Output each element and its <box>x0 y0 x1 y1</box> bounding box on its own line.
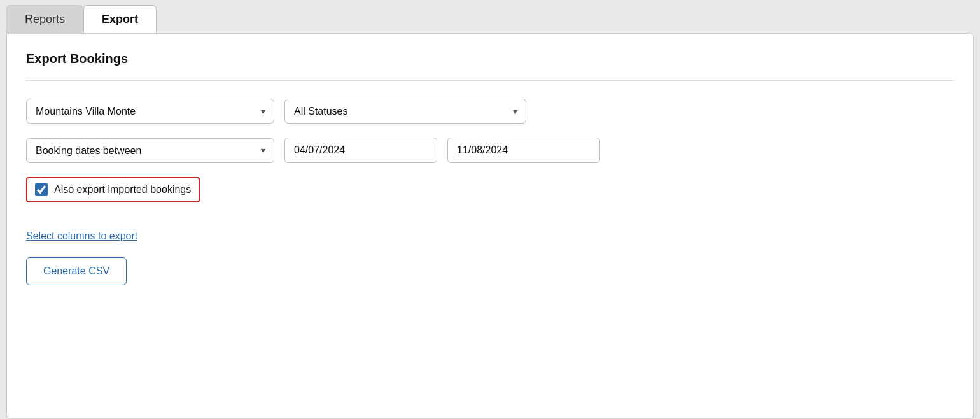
date-type-select-wrapper: Booking dates between Check-in dates bet… <box>26 138 274 163</box>
property-select[interactable]: Mountains Villa Monte All Properties <box>26 99 274 124</box>
date-from-input[interactable] <box>284 138 437 163</box>
also-export-checkbox[interactable] <box>35 183 48 196</box>
tabs-bar: Reports Export <box>0 0 157 33</box>
status-select-wrapper: All Statuses Confirmed Pending Cancelled… <box>284 99 526 124</box>
tab-export-label: Export <box>102 13 138 26</box>
date-to-input[interactable] <box>447 138 600 163</box>
main-panel: Export Bookings Mountains Villa Monte Al… <box>6 33 974 419</box>
also-export-wrapper: Also export imported bookings <box>26 177 954 217</box>
generate-csv-button[interactable]: Generate CSV <box>26 257 127 285</box>
filter-row-1: Mountains Villa Monte All Properties ▾ A… <box>26 99 954 124</box>
tab-reports[interactable]: Reports <box>6 5 83 33</box>
status-select[interactable]: All Statuses Confirmed Pending Cancelled <box>284 99 526 124</box>
property-select-wrapper: Mountains Villa Monte All Properties ▾ <box>26 99 274 124</box>
select-columns-row: Select columns to export <box>26 231 954 242</box>
filter-row-2: Booking dates between Check-in dates bet… <box>26 138 954 163</box>
also-export-label: Also export imported bookings <box>54 184 191 195</box>
tab-reports-label: Reports <box>25 13 65 26</box>
date-type-select[interactable]: Booking dates between Check-in dates bet… <box>26 138 274 163</box>
tab-export[interactable]: Export <box>83 5 157 33</box>
select-columns-link[interactable]: Select columns to export <box>26 231 137 241</box>
also-export-checkbox-row[interactable]: Also export imported bookings <box>26 177 200 202</box>
panel-divider <box>26 80 954 81</box>
panel-title: Export Bookings <box>26 52 954 66</box>
